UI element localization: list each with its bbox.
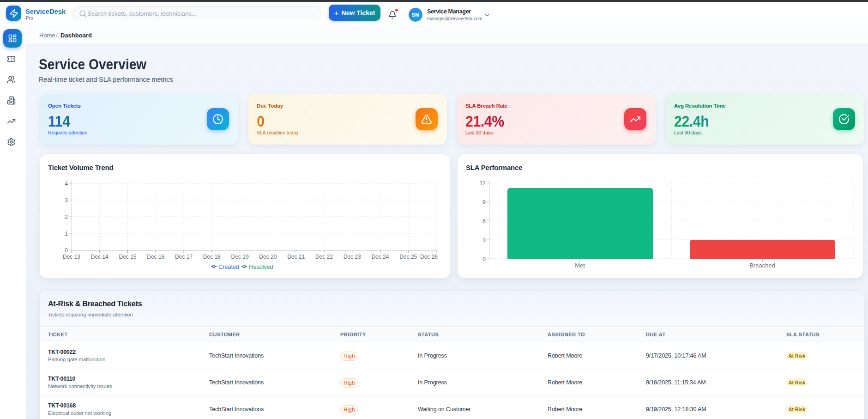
svg-text:6: 6 <box>482 218 486 225</box>
svg-text:9: 9 <box>482 199 486 206</box>
svg-text:Dec 21: Dec 21 <box>287 254 305 260</box>
svg-text:3: 3 <box>65 197 68 204</box>
svg-text:Dec 16: Dec 16 <box>147 254 164 260</box>
svg-text:Dec 23: Dec 23 <box>344 254 361 260</box>
svg-text:Dec 25: Dec 25 <box>399 254 417 260</box>
svg-text:Dec 24: Dec 24 <box>371 254 389 260</box>
svg-text:Met: Met <box>575 262 585 269</box>
svg-text:3: 3 <box>482 237 486 243</box>
svg-text:1: 1 <box>65 231 68 237</box>
svg-text:Dec 19: Dec 19 <box>231 254 249 260</box>
svg-text:2: 2 <box>65 214 68 220</box>
svg-text:Resolved: Resolved <box>249 263 273 270</box>
svg-text:0: 0 <box>482 256 486 262</box>
svg-text:0: 0 <box>65 247 68 254</box>
svg-text:Dec 17: Dec 17 <box>175 254 193 260</box>
svg-text:Dec 20: Dec 20 <box>259 254 277 260</box>
svg-text:4: 4 <box>65 181 68 187</box>
svg-text:Dec 15: Dec 15 <box>119 254 137 260</box>
svg-text:Dec 26: Dec 26 <box>420 254 438 260</box>
svg-text:Breached: Breached <box>749 262 775 269</box>
svg-text:Dec 14: Dec 14 <box>91 254 108 260</box>
svg-text:Dec 13: Dec 13 <box>63 254 80 260</box>
svg-text:Created: Created <box>218 263 239 270</box>
svg-text:Dec 22: Dec 22 <box>315 254 333 260</box>
svg-text:12: 12 <box>480 180 486 187</box>
svg-text:Dec 18: Dec 18 <box>203 254 221 260</box>
